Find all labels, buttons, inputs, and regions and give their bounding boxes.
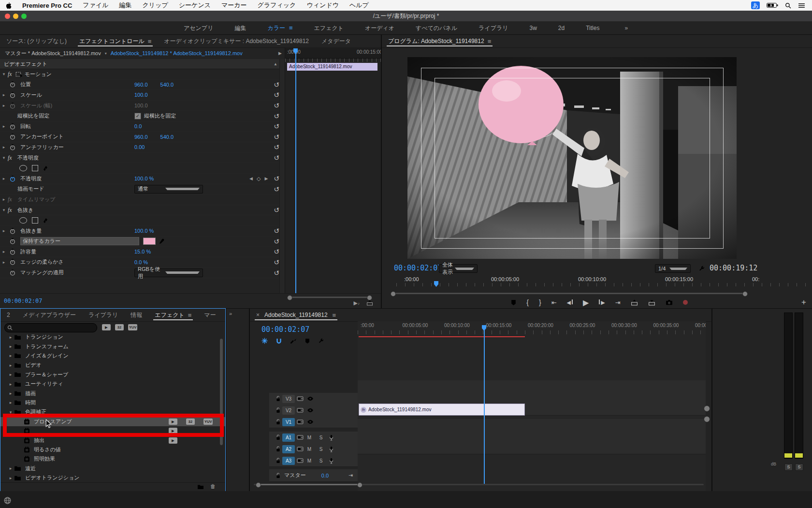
lane-A1[interactable]: [358, 419, 706, 431]
stopwatch-icon[interactable]: [8, 92, 17, 98]
expand-icon[interactable]: ▸: [0, 228, 8, 233]
reset-param-icon[interactable]: ↺: [274, 81, 279, 88]
folder-ユーティリティ[interactable]: ▸ユーティリティ: [0, 379, 225, 388]
tab-情報[interactable]: 情報: [124, 309, 148, 321]
stopwatch-icon[interactable]: [8, 269, 17, 276]
expand-icon[interactable]: ▸: [0, 145, 8, 149]
sync-lock-icon[interactable]: [297, 458, 304, 463]
track-header-V2[interactable]: V2: [269, 404, 358, 417]
stopwatch-icon[interactable]: [8, 134, 17, 140]
track-header-A1[interactable]: A1MS: [269, 432, 358, 444]
folder-トランジション[interactable]: ▸トランジション: [0, 332, 225, 342]
param-value[interactable]: 960.0: [134, 82, 148, 88]
mini-playhead-line[interactable]: [295, 50, 296, 294]
solo-left-button[interactable]: S: [784, 463, 793, 471]
reset-param-icon[interactable]: ↺: [274, 186, 279, 193]
mute-button[interactable]: M: [306, 458, 313, 463]
master-pan-icon[interactable]: ⇥: [348, 472, 353, 478]
param-values[interactable]: 960.0540.0: [134, 134, 174, 140]
reset-param-icon[interactable]: ↺: [274, 238, 279, 245]
program-ruler[interactable]: :00:00 00:00:05:00 00:00:10:00 00:00:15:…: [387, 275, 807, 289]
mask-rect-icon[interactable]: [32, 217, 38, 224]
lock-icon[interactable]: [276, 407, 280, 413]
expand-icon[interactable]: ▸: [0, 124, 8, 129]
timeline-hscroll-track[interactable]: [254, 484, 704, 485]
next-keyframe-icon[interactable]: ▶: [264, 176, 268, 181]
tab-メディアブラウザー[interactable]: メディアブラウザー: [16, 309, 82, 321]
folder-トランスフォーム[interactable]: ▸トランスフォーム: [0, 342, 225, 351]
reset-param-icon[interactable]: ↺: [274, 269, 279, 276]
voiceover-record-icon[interactable]: [329, 434, 334, 441]
go-to-out-icon[interactable]: ⇥: [615, 299, 621, 306]
tab-program[interactable]: プログラム: AdobeStock_119149812≡: [382, 35, 497, 47]
tab-オーディオクリップミキサー : AdobeStock_119149812[interactable]: オーディオクリップミキサー : AdobeStock_119149812: [158, 35, 315, 47]
param-values[interactable]: 960.0540.0: [134, 82, 174, 88]
folder-ビデオ[interactable]: ▸ビデオ: [0, 360, 225, 370]
button-editor-icon[interactable]: +: [801, 298, 806, 307]
lock-icon[interactable]: [276, 419, 280, 425]
mini-timeline-ruler[interactable]: :00:00 00:00:15:00: [285, 47, 381, 59]
expand-icon[interactable]: ▸: [0, 103, 8, 108]
add-marker-icon[interactable]: [511, 299, 516, 306]
param-values[interactable]: 15.0 %: [134, 249, 151, 254]
twirl-icon[interactable]: ▸: [7, 353, 14, 358]
track-header-V1[interactable]: V1: [269, 416, 358, 428]
reset-param-icon[interactable]: ↺: [274, 175, 279, 182]
twirl-icon[interactable]: ▾: [0, 72, 8, 76]
timeline-track-area[interactable]: :00:0000:00:05:0000:00:10:0000:00:15:000…: [358, 321, 706, 491]
track-target-A3[interactable]: A3: [282, 457, 295, 465]
ime-input-badge[interactable]: あ: [751, 1, 760, 9]
track-target-V2[interactable]: V2: [282, 406, 295, 415]
twirl-icon[interactable]: ▸: [7, 372, 14, 377]
panel-menu-icon[interactable]: ≡: [188, 312, 192, 319]
color-swatch[interactable]: [143, 238, 156, 245]
mask-rect-icon[interactable]: [32, 165, 38, 171]
effect-抽出[interactable]: 抽出▶: [0, 435, 225, 445]
reset-param-icon[interactable]: ↺: [274, 207, 279, 213]
param-values[interactable]: 0.0 %: [134, 259, 148, 265]
stopwatch-icon[interactable]: [8, 81, 17, 88]
param-values[interactable]: 0.00: [134, 144, 145, 150]
master-volume-value[interactable]: 0.0: [321, 473, 329, 478]
param-values[interactable]: 100.0: [134, 92, 148, 98]
effect-controls-scrollbar[interactable]: [279, 59, 285, 294]
snap-icon[interactable]: [276, 338, 282, 344]
settings-wrench-icon[interactable]: [698, 266, 705, 272]
twirl-icon[interactable]: ▸: [7, 382, 14, 387]
sync-lock-icon[interactable]: [297, 408, 304, 413]
twirl-icon[interactable]: ▸: [7, 466, 14, 471]
zoom-level-select[interactable]: 全体表示: [439, 264, 478, 273]
sync-lock-icon[interactable]: [297, 435, 304, 440]
checkbox-縦横比を固定[interactable]: ✓縦横比を固定: [134, 112, 176, 120]
workspace-tab-3w[interactable]: 3w: [519, 25, 547, 31]
scroll-up-icon[interactable]: ▲: [274, 62, 277, 66]
mask-pen-icon[interactable]: [43, 165, 49, 171]
stopwatch-icon[interactable]: [8, 176, 17, 182]
folder-ビデオトランジション[interactable]: ▸ビデオトランジション: [0, 473, 225, 482]
tab-エフェクト[interactable]: エフェクト≡: [148, 309, 198, 321]
panel-menu-icon[interactable]: ≡: [148, 38, 152, 45]
lane-A3[interactable]: [358, 442, 706, 454]
mask-ellipse-icon[interactable]: [19, 165, 27, 171]
track-target-A2[interactable]: A2: [282, 445, 295, 453]
new-custom-bin-icon[interactable]: [197, 484, 204, 490]
tab-ソース: (クリップなし)[interactable]: ソース: (クリップなし): [0, 35, 73, 47]
expand-icon[interactable]: ▸: [0, 92, 8, 97]
workspace-tab-Titles[interactable]: Titles: [575, 25, 610, 31]
mute-button[interactable]: M: [306, 447, 313, 452]
spotlight-search-icon[interactable]: [785, 2, 791, 9]
sequence-clip-label[interactable]: AdobeStock_119149812 * AdobeStock_119149…: [111, 50, 243, 56]
export-icon[interactable]: [366, 300, 373, 306]
folder-時間[interactable]: ▸時間: [0, 398, 225, 407]
filter-accelerated-effects-icon[interactable]: ▶: [102, 324, 111, 330]
timeline-clip[interactable]: fx AdobeStock_119149812.mov: [359, 403, 525, 416]
lock-icon[interactable]: [276, 446, 280, 452]
mark-in-icon[interactable]: {: [526, 299, 529, 306]
menu-ヘルプ[interactable]: ヘルプ: [344, 1, 374, 10]
close-icon[interactable]: ×: [256, 312, 260, 318]
param-value[interactable]: 15.0 %: [134, 249, 151, 254]
lane-A2[interactable]: [358, 431, 706, 443]
voiceover-record-icon[interactable]: [329, 458, 334, 464]
reset-param-icon[interactable]: ↺: [274, 102, 279, 109]
twirl-icon[interactable]: ▸: [7, 476, 14, 480]
